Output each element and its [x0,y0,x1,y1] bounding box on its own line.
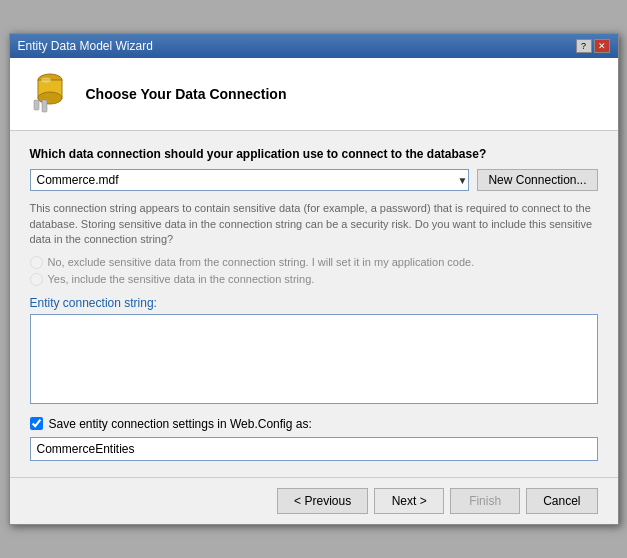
new-connection-button[interactable]: New Connection... [477,169,597,191]
database-icon [26,70,74,118]
close-button[interactable]: ✕ [594,39,610,53]
save-row: Save entity connection settings in Web.C… [30,417,598,431]
config-name-input[interactable] [30,437,598,461]
question-label: Which data connection should your applic… [30,147,598,161]
radio-exclude[interactable] [30,256,43,269]
connection-select-wrapper: Commerce.mdf ▼ [30,169,470,191]
dialog-title: Entity Data Model Wizard [18,39,153,53]
radio-item-exclude: No, exclude sensitive data from the conn… [30,256,598,269]
sensitive-description: This connection string appears to contai… [30,201,598,247]
svg-point-2 [38,92,62,104]
help-button[interactable]: ? [576,39,592,53]
radio-include-label: Yes, include the sensitive data in the c… [48,273,315,285]
header-title: Choose Your Data Connection [86,86,287,102]
finish-button[interactable]: Finish [450,488,520,514]
save-checkbox[interactable] [30,417,43,430]
radio-item-include: Yes, include the sensitive data in the c… [30,273,598,286]
svg-rect-3 [34,100,39,110]
header-area: Choose Your Data Connection [10,58,618,131]
radio-group: No, exclude sensitive data from the conn… [30,256,598,286]
svg-point-5 [41,78,51,83]
previous-button[interactable]: < Previous [277,488,368,514]
dialog-window: Entity Data Model Wizard ? ✕ Choose Your… [9,33,619,524]
entity-conn-label: Entity connection string: [30,296,598,310]
save-label: Save entity connection settings in Web.C… [49,417,312,431]
radio-exclude-label: No, exclude sensitive data from the conn… [48,256,475,268]
connection-string-textarea[interactable] [30,314,598,404]
content-area: Which data connection should your applic… [10,131,618,476]
radio-include[interactable] [30,273,43,286]
cancel-button[interactable]: Cancel [526,488,597,514]
svg-rect-4 [42,100,47,112]
connection-row: Commerce.mdf ▼ New Connection... [30,169,598,191]
title-bar: Entity Data Model Wizard ? ✕ [10,34,618,58]
footer: < Previous Next > Finish Cancel [10,477,618,524]
title-bar-controls: ? ✕ [576,39,610,53]
next-button[interactable]: Next > [374,488,444,514]
connection-select[interactable]: Commerce.mdf [30,169,470,191]
